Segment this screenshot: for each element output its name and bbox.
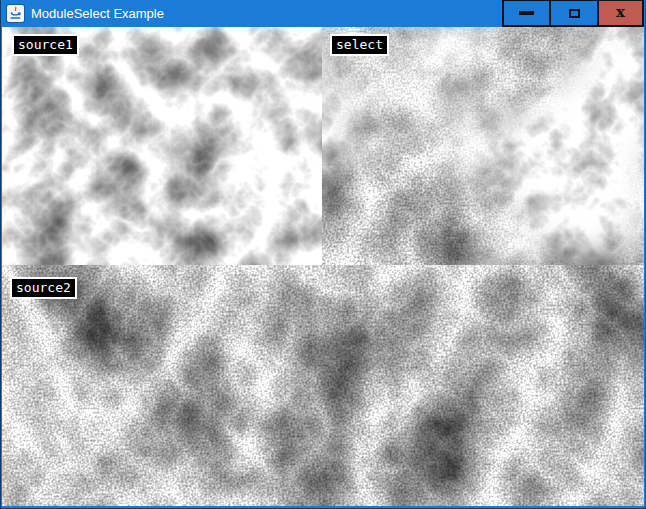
source2-noise-image [2,265,644,506]
app-window: ModuleSelect Example x source1 select so… [0,0,646,509]
select-noise-image [322,27,644,265]
maximize-button[interactable] [551,1,597,25]
client-area: source1 select source2 [2,27,644,506]
titlebar[interactable]: ModuleSelect Example x [0,0,646,27]
source2-label: source2 [10,277,77,299]
window-controls: x [502,0,644,27]
minimize-button[interactable] [504,1,549,25]
source1-noise-image [2,27,322,265]
window-title: ModuleSelect Example [31,0,164,27]
close-icon: x [616,5,625,20]
minimize-icon [519,11,534,15]
close-button[interactable]: x [599,1,642,25]
source1-label: source1 [12,34,79,56]
maximize-icon [569,9,580,18]
select-label: select [330,34,389,56]
java-coffee-cup-icon[interactable] [7,5,24,22]
